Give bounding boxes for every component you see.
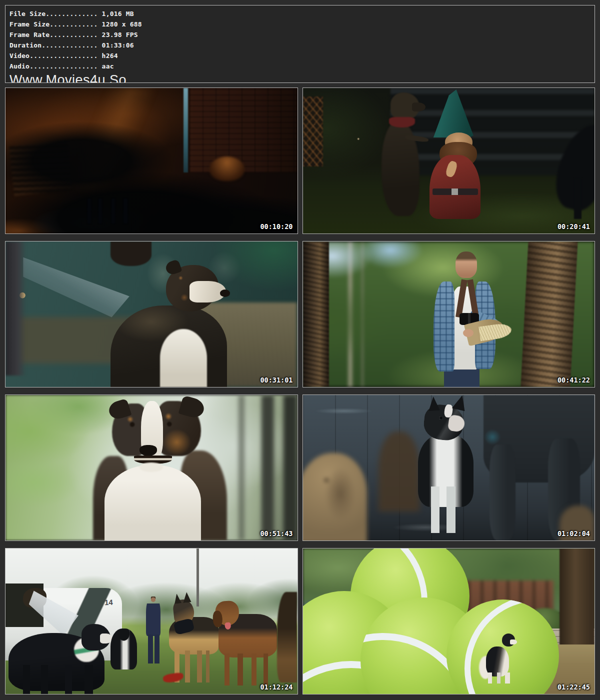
file-info-panel: File Size............. 1,016 MB Frame Si… xyxy=(5,5,595,83)
dog-handler xyxy=(146,596,160,636)
boston-terrier-small xyxy=(110,628,137,669)
still-boston-terrier xyxy=(303,395,595,540)
tree-trunk xyxy=(560,548,594,654)
gnome-belt xyxy=(432,188,478,195)
file-info-line-filesize: File Size............. 1,016 MB xyxy=(10,8,594,19)
aussie-legs xyxy=(488,672,510,684)
still-gnome-night xyxy=(303,88,595,234)
border-collie-head xyxy=(82,624,110,650)
van-number: 14 xyxy=(104,598,113,607)
screenshot-thumb-8: 01:22:45 xyxy=(302,548,596,694)
file-info-line-video: Video................. h264 xyxy=(10,50,594,61)
screenshot-thumb-6: 01:02:04 xyxy=(302,394,596,541)
still-man-forest xyxy=(303,242,595,387)
handler-arm xyxy=(6,242,26,376)
still-smiling-aussie xyxy=(6,395,298,540)
aussie-body xyxy=(486,646,509,676)
screenshot-thumb-3: 00:31:01 xyxy=(5,241,298,388)
file-info-line-audio: Audio................. aac xyxy=(10,61,594,72)
boston-legs xyxy=(431,486,458,533)
cone-dog-head xyxy=(110,242,152,266)
dog-right-edge xyxy=(277,592,298,682)
aussie-chest xyxy=(160,329,206,387)
aussie-muzzle xyxy=(510,640,517,644)
screenshot-thumb-7: 14 01:12:24 xyxy=(5,548,298,694)
pine-trunk-left xyxy=(303,242,330,387)
still-k9-yard: 14 xyxy=(6,548,298,694)
utility-pole xyxy=(196,548,199,606)
file-info-line-framerate: Frame Rate............ 23.98 FPS xyxy=(10,30,594,40)
great-dane-front-leg xyxy=(490,444,516,540)
timestamp-overlay: 00:41:22 xyxy=(558,376,590,384)
timestamp-overlay: 00:20:41 xyxy=(558,222,590,230)
deer-statue-leg xyxy=(574,178,582,218)
lattice-fence xyxy=(303,96,324,166)
aussie-chest xyxy=(104,465,201,540)
screenshot-thumb-1: 00:10:20 xyxy=(5,88,298,234)
border-collie-legs xyxy=(23,665,93,694)
screenshot-thumb-4: 00:41:22 xyxy=(302,241,596,388)
file-info-line-duration: Duration.............. 01:33:06 xyxy=(10,40,594,50)
dog-legs-silhouette xyxy=(84,198,131,223)
bloodhound-legs xyxy=(224,654,268,686)
screenshot-thumb-2: 00:20:41 xyxy=(302,88,596,234)
man-hand xyxy=(463,329,474,337)
handler-legs xyxy=(148,634,160,664)
watermark: Www.Movies4u.So xyxy=(10,72,594,83)
screenshot-thumb-5: 00:51:43 xyxy=(5,394,298,541)
terrier-snout xyxy=(412,102,425,111)
still-tennis-balls xyxy=(303,548,595,694)
still-night-alley xyxy=(6,88,298,234)
pine-trunk-right xyxy=(520,242,578,387)
blurred-dog xyxy=(378,432,420,512)
still-cone-aussie xyxy=(6,242,298,387)
screenshot-grid: 00:10:20 00:20:41 xyxy=(5,88,595,694)
tree-trunks xyxy=(236,395,298,540)
man-head xyxy=(456,252,477,278)
terrier-bandana xyxy=(389,117,416,127)
plaid-shirt-left xyxy=(434,282,454,372)
aussie-nose xyxy=(220,290,230,297)
timestamp-overlay: 00:31:01 xyxy=(260,376,292,384)
file-info-line-framesize: Frame Size............ 1280 x 688 xyxy=(10,19,594,30)
timestamp-overlay: 01:12:24 xyxy=(260,683,292,691)
foreground-dog-silhouette xyxy=(6,88,298,234)
timestamp-overlay: 00:10:20 xyxy=(260,222,292,230)
doodle-dog xyxy=(303,453,367,540)
timestamp-overlay: 00:51:43 xyxy=(260,530,292,538)
timestamp-overlay: 01:22:45 xyxy=(558,683,590,691)
timestamp-overlay: 01:02:04 xyxy=(558,530,590,538)
